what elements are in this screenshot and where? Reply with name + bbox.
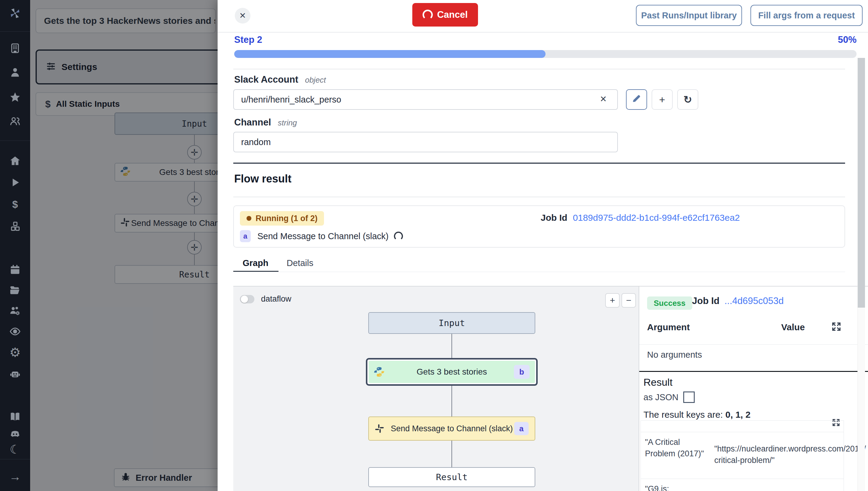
cancel-button[interactable]: Cancel — [412, 3, 478, 27]
refresh-icon: ↻ — [684, 93, 692, 106]
result-key-cell: "A Critical Problem (2017)" — [641, 432, 711, 479]
result-value-cell: "https://nucleardiner.wordpress.com/2017… — [711, 432, 844, 479]
as-json-checkbox[interactable] — [683, 392, 695, 403]
arrow-right-icon[interactable]: → — [9, 470, 21, 483]
as-json-label: as JSON — [644, 393, 678, 402]
slack-account-label-row: Slack Account object — [234, 74, 326, 85]
step-badge: a — [514, 422, 529, 435]
slack-icon — [374, 424, 384, 434]
status-dot-icon — [247, 216, 251, 221]
job-id-label: Job Id — [541, 213, 567, 223]
pencil-icon — [632, 93, 641, 106]
tab-graph[interactable]: Graph — [243, 258, 268, 268]
cubes-icon[interactable] — [9, 221, 21, 233]
robot-icon[interactable] — [9, 368, 21, 380]
step-badge: a — [240, 230, 251, 242]
zoom-in-button[interactable]: + — [605, 293, 620, 308]
users-gear-icon[interactable] — [9, 305, 21, 317]
result-keys-values: 0, 1, 2 — [725, 410, 750, 420]
person-icon[interactable] — [9, 66, 21, 79]
building-icon[interactable] — [9, 42, 21, 54]
job-id-short-link[interactable]: ...4d695c053d — [724, 295, 784, 306]
slack-account-label: Slack Account — [234, 74, 298, 85]
progress-percent: 50% — [796, 34, 857, 45]
job-id-short-row: Job Id ...4d695c053d — [692, 295, 784, 307]
value-header: Value — [781, 322, 805, 333]
sidebar: $ ⚙ ☾ → — [0, 0, 30, 491]
dollar-icon[interactable]: $ — [9, 198, 21, 210]
channel-type: string — [278, 118, 297, 127]
slack-account-type: object — [305, 76, 326, 84]
calendar-icon[interactable] — [9, 264, 21, 276]
moon-icon[interactable]: ☾ — [9, 443, 21, 455]
tabs-divider — [233, 272, 845, 272]
windmill-logo-icon[interactable] — [9, 7, 21, 19]
success-badge: Success — [647, 296, 692, 310]
scrollbar-thumb[interactable] — [858, 58, 865, 308]
graph-node-input[interactable]: Input — [368, 312, 535, 334]
job-id-link[interactable]: 0189d975-ddd2-b1cd-994f-e62cf1763ea2 — [573, 213, 740, 223]
fill-args-button[interactable]: Fill args from a request — [750, 5, 863, 26]
spinner-icon — [423, 10, 433, 20]
flow-result-heading: Flow result — [234, 173, 291, 185]
edit-resource-button[interactable] — [626, 89, 647, 110]
plus-icon: + — [659, 94, 665, 106]
modal-overlay[interactable] — [30, 0, 218, 491]
star-icon[interactable] — [9, 91, 21, 103]
running-step-row: a Send Message to Channel (slack) — [240, 230, 403, 242]
folder-icon[interactable] — [9, 284, 21, 296]
people-icon[interactable] — [9, 115, 21, 127]
no-arguments-text: No arguments — [647, 350, 702, 360]
clear-field-icon[interactable]: ✕ — [600, 94, 607, 104]
eye-icon[interactable] — [9, 325, 21, 338]
scrollbar-track[interactable] — [858, 58, 865, 491]
zoom-out-button[interactable]: − — [621, 293, 636, 308]
close-icon: ✕ — [239, 11, 246, 21]
result-keys-text: The result keys are: 0, 1, 2 — [644, 410, 750, 420]
graph-node-result[interactable]: Result — [368, 467, 535, 487]
result-key-cell: "G9.js: Automatically — [641, 479, 712, 491]
running-status-label: Running (1 of 2) — [255, 214, 317, 223]
slack-account-input[interactable] — [233, 89, 618, 110]
book-icon[interactable] — [9, 411, 21, 423]
result-value-cell: "http://omrelli.ug/g9/gallery/" — [712, 479, 844, 491]
result-divider — [639, 371, 868, 372]
flow-result-card: Running (1 of 2) Job Id 0189d975-ddd2-b1… — [233, 205, 845, 248]
graph-node-step-a-label: Send Message to Channel (slack) — [391, 424, 513, 433]
close-button[interactable]: ✕ — [235, 8, 250, 24]
gear-icon[interactable]: ⚙ — [9, 346, 21, 358]
result-table: "A Critical Problem (2017)" "https://nuc… — [641, 421, 844, 491]
spinner-icon — [394, 232, 403, 241]
job-id-label: Job Id — [692, 295, 719, 306]
section-divider — [233, 163, 845, 164]
past-runs-button[interactable]: Past Runs/Input library — [636, 5, 742, 26]
play-icon[interactable] — [9, 176, 21, 189]
cancel-label: Cancel — [437, 9, 468, 20]
divider — [233, 69, 845, 69]
discord-icon[interactable] — [9, 428, 21, 440]
divider — [233, 197, 845, 197]
add-resource-button[interactable]: + — [652, 89, 673, 110]
running-step-label: Send Message to Channel (slack) — [257, 231, 389, 241]
refresh-button[interactable]: ↻ — [677, 89, 698, 110]
graph-node-step-b[interactable]: Gets 3 best stories b — [366, 358, 538, 386]
home-icon[interactable] — [9, 155, 21, 167]
dataflow-toggle[interactable] — [240, 295, 254, 304]
graph-node-step-a[interactable]: Send Message to Channel (slack) a — [368, 416, 535, 441]
progress-bar — [234, 50, 857, 58]
sidebar-divider — [0, 141, 30, 141]
result-table-header — [641, 421, 844, 432]
result-keys-label: The result keys are: — [644, 410, 725, 420]
divider — [639, 344, 868, 345]
toggle-knob — [241, 295, 248, 303]
as-json-row: as JSON — [644, 392, 695, 403]
dataflow-label: dataflow — [261, 294, 291, 304]
progress-bar-fill — [234, 50, 546, 58]
tab-details[interactable]: Details — [287, 258, 313, 268]
python-icon — [373, 366, 385, 378]
expand-icon[interactable] — [831, 321, 842, 333]
channel-input[interactable] — [233, 132, 618, 152]
table-row: "A Critical Problem (2017)" "https://nuc… — [641, 432, 844, 479]
job-details-panel: Success Job Id ...4d695c053d Argument Va… — [639, 286, 868, 491]
run-preview-drawer: ✕ Cancel Past Runs/Input library Fill ar… — [218, 0, 868, 491]
